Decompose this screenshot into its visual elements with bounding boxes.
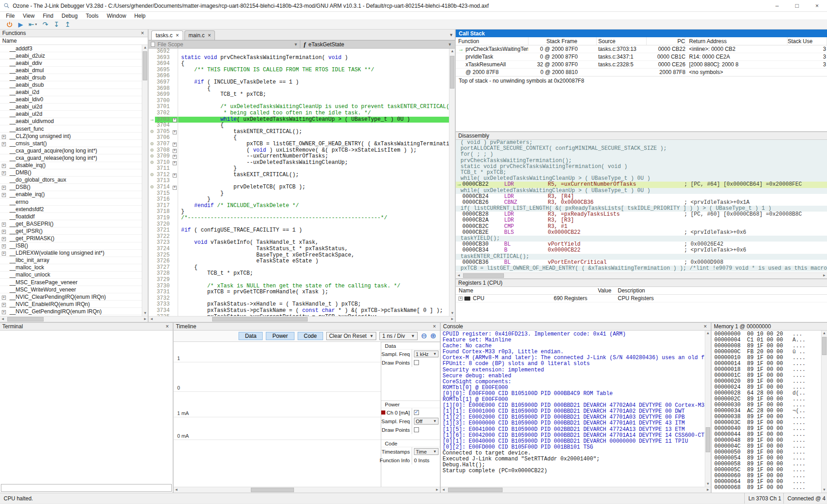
line-number[interactable]: 3715 [155,191,171,197]
function-item[interactable]: +__ISB() [0,242,142,250]
menu-file[interactable]: File [2,12,19,20]
function-item[interactable]: __aeabi_ul2d [0,111,142,118]
function-item[interactable]: __assert_func [0,125,142,133]
scroll-right-icon[interactable]: ► [434,487,440,493]
step-out-icon[interactable]: ↥ [65,21,71,28]
line-number[interactable]: 3718 [155,209,171,215]
line-number[interactable]: 3697 [155,79,171,86]
terminal-input[interactable] [1,484,172,492]
scrollbar-thumb[interactable] [448,488,503,492]
disassembly-horizontal-scrollbar[interactable]: ◄ ► [456,272,827,278]
breakpoint-dot[interactable] [150,142,154,145]
call-stack-column-function[interactable]: Function [456,37,528,45]
call-stack-row[interactable]: →prvCheckTasksWaitingTerm0 @ 2000 87F0ta… [456,45,827,53]
disassembly-instruction[interactable]: 0000CB2ALDRR3, [R3] [456,217,827,223]
line-number[interactable]: 3728 [155,271,171,277]
register-row[interactable]: +CPU690 RegistersCPU Registers [456,295,827,302]
scroll-left-icon[interactable]: ◄ [441,487,446,493]
function-item[interactable]: __floatdidf [0,213,142,220]
line-number[interactable]: 3703 [155,117,171,123]
timeline-power-button[interactable]: Power [266,332,294,340]
scroll-right-icon[interactable]: ► [449,316,455,322]
editor-horizontal-scrollbar[interactable]: ◄ ► [149,316,455,322]
memory-vertical-scrollbar[interactable]: ▲ ▼ [821,331,827,493]
scroll-down-icon[interactable]: ▼ [142,311,148,316]
breakpoint-dot[interactable] [150,148,154,152]
scrollbar-thumb[interactable] [463,273,504,278]
line-number[interactable]: 3708 [155,148,171,154]
function-item[interactable]: +__get_BASEPRI() [0,220,142,227]
line-number[interactable]: 3723 [155,240,171,246]
timeline-code-button[interactable]: Code [298,332,324,340]
call-stack-column-return-address[interactable]: Return Address [685,37,787,45]
function-item[interactable]: __aeabi_i2d [0,89,142,96]
fold-toggle[interactable]: + [171,184,178,191]
disassembly-instruction[interactable]: 0000CB2CCMPR3, #1 [456,224,827,230]
scroll-left-icon[interactable]: ◄ [174,487,179,493]
breakpoint-dot[interactable] [150,185,154,188]
line-number[interactable]: 3699 [155,92,171,98]
line-number[interactable]: 3705 [155,129,171,135]
line-number[interactable]: 3721 [155,227,171,234]
fold-toggle[interactable]: + [171,148,178,154]
line-number[interactable]: 3700 [155,98,171,104]
registers-description-column[interactable]: Description [615,287,827,294]
function-item[interactable]: __aeabi_ldiv0 [0,96,142,104]
functions-name-column-header[interactable]: Name [0,37,148,45]
scrollbar-thumb[interactable] [7,317,44,321]
tab-close-icon[interactable]: × [208,32,211,39]
menu-window[interactable]: Window [103,12,130,20]
function-item[interactable]: __aeabi_ddiv [0,59,142,67]
scrollbar-thumb[interactable] [706,427,710,452]
line-number[interactable]: 3698 [155,86,171,92]
function-item[interactable]: __errno [0,198,142,206]
close-icon[interactable]: × [139,30,145,36]
registers-value-column[interactable]: Value [553,287,615,294]
function-item[interactable]: __adddf3 [0,45,142,52]
scroll-down-icon[interactable]: ▼ [822,487,827,493]
function-item[interactable]: __aeabi_dsub [0,81,142,89]
console-horizontal-scrollbar[interactable]: ◄ ► [441,487,711,493]
menu-debug[interactable]: Debug [57,12,81,20]
scroll-up-icon[interactable]: ▲ [705,331,711,336]
disassembly-instruction[interactable]: 0000CB36BLvPortEnterCritical; 0x0000D908 [456,260,827,266]
function-selector-dropdown[interactable]: f eTaskGetState ▼ [300,40,455,48]
function-item[interactable]: __aeabi_uldivmod [0,118,142,125]
menu-tools[interactable]: Tools [82,12,103,20]
expand-icon[interactable]: + [2,162,8,168]
memory-row[interactable]: 0000006889 1F 00 00.... [712,485,821,491]
line-number[interactable]: 3727 [155,265,171,271]
disassembly-instruction[interactable]: 0000CB26CBNZR3, 0x0000CB36; <prvIdleTask… [456,200,827,206]
breakpoint-dot[interactable] [150,173,154,176]
line-number[interactable]: 3726 [155,258,171,265]
line-number[interactable]: 3717 [155,203,171,209]
line-number[interactable]: 3729 [155,277,171,283]
function-item[interactable]: +__enable_irq() [0,191,142,198]
scroll-left-icon[interactable]: ◄ [0,316,5,322]
expand-icon[interactable]: + [458,296,463,301]
expand-icon[interactable]: + [2,221,8,227]
draw-points-checkbox[interactable] [414,427,419,432]
function-item[interactable]: +__CLZ(long unsigned int) [0,133,142,140]
line-number[interactable]: 3731 [155,289,171,296]
line-number[interactable]: 3692 [155,49,171,55]
close-icon[interactable]: × [431,323,438,330]
expand-icon[interactable]: + [2,235,8,242]
line-number[interactable]: 3716 [155,197,171,203]
expand-icon[interactable]: + [2,301,8,307]
function-item[interactable]: __MSC_WriteWord_veneer [0,286,142,293]
call-stack-row[interactable]: xTaskResumeAll32 @ 2000 87F0tasks.c:2328… [456,61,827,69]
call-stack-row[interactable]: prvIdleTask0 @ 2000 87F0tasks.c:3437:100… [456,53,827,61]
line-number[interactable]: 3730 [155,283,171,290]
timeline-horizontal-scrollbar[interactable]: ◄ ► [174,487,440,493]
expand-icon[interactable]: + [2,242,8,249]
scroll-up-icon[interactable]: ▲ [142,45,148,50]
step-into-icon[interactable]: ↧ [54,21,60,28]
expand-icon[interactable]: + [2,250,8,256]
function-item[interactable]: __MSC_ErasePage_veneer [0,279,142,286]
line-number[interactable]: 3695 [155,67,171,74]
function-item[interactable]: __aeabi_dmul [0,67,142,74]
function-item[interactable]: +__LDREXW(volatile long unsigned int*) [0,250,142,257]
function-item[interactable]: +__DSB() [0,184,142,191]
menu-help[interactable]: Help [130,12,150,20]
